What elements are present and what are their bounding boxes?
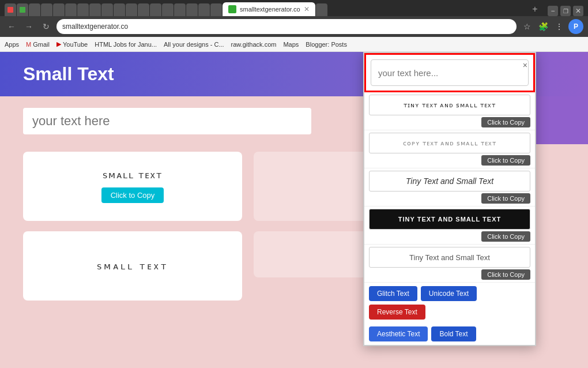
tab-small-10[interactable] (114, 3, 125, 16)
profile-avatar[interactable]: P (568, 19, 583, 34)
popup-tools-row-2: Aesthetic Text Bold Text Upside Down Tex… (364, 323, 535, 346)
browser-actions: ☆ 🧩 ⋮ P (520, 19, 583, 34)
tab-small-18[interactable] (210, 3, 222, 16)
bookmark-designs[interactable]: All your designs - C... (164, 41, 224, 48)
restore-button[interactable]: ❐ (560, 6, 571, 16)
card-2: ꜱᴍᴀʟʟ ᴛᴇxᴛ (23, 231, 242, 301)
tab-small-2[interactable] (17, 3, 28, 16)
popup-copy-button-5[interactable]: Click to Copy (481, 269, 530, 280)
browser-window: smalltextgenerator.co ✕ + − ❐ ✕ ← → ↻ ☆ … (0, 0, 588, 52)
tab-small-4[interactable] (41, 3, 52, 16)
popup-copy-button-4[interactable]: Click to Copy (481, 231, 530, 242)
bookmarks-bar: Apps M Gmail ▶ YouTube HTML Jobs for Jan… (0, 37, 588, 52)
popup-panel: × ᴛɪɴʏ ᴛᴇxᴛ ᴀɴᴅ ꜱᴍᴀʟʟ ᴛᴇxᴛ Click to Copy… (363, 52, 536, 346)
popup-copy-button-2[interactable]: Click to Copy (481, 155, 530, 166)
popup-text-input[interactable] (371, 59, 529, 86)
card-1: ꜱᴍᴀʟʟ ᴛᴇxᴛ Click to Copy (23, 152, 242, 221)
popup-result-text-4: TINY TEXT AND SMALL TEXT (369, 209, 530, 230)
bookmark-apps[interactable]: Apps (5, 41, 19, 48)
popup-result-row-2: ᴄᴏᴘʏ ᴛᴇxᴛ ᴀɴᴅ ꜱᴍᴀʟʟ ᴛᴇxᴛ Click to Copy (364, 130, 535, 168)
popup-close-button[interactable]: × (523, 61, 527, 70)
popup-copy-button-3[interactable]: Click to Copy (481, 193, 530, 204)
tab-small-9[interactable] (101, 3, 113, 16)
tab-small-8[interactable] (89, 3, 101, 16)
address-input[interactable] (56, 19, 517, 34)
tab-small-16[interactable] (186, 3, 198, 16)
tab-small-17[interactable] (198, 3, 210, 16)
popup-copy-button-1[interactable]: Click to Copy (481, 117, 530, 127)
main-text-input[interactable] (23, 108, 311, 134)
reverse-text-button[interactable]: Reverse Text (369, 305, 425, 320)
star-icon[interactable]: ☆ (520, 20, 534, 33)
glitch-text-button[interactable]: Glitch Text (369, 286, 417, 301)
gmail-icon: M (26, 41, 31, 48)
extension-icon[interactable]: 🧩 (536, 20, 550, 33)
popup-result-row-3: Tiny Text and Small Text Click to Copy (364, 168, 535, 206)
reload-button[interactable]: ↻ (39, 20, 53, 33)
tab-small-3[interactable] (29, 3, 40, 16)
popup-result-text-1: ᴛɪɴʏ ᴛᴇxᴛ ᴀɴᴅ ꜱᴍᴀʟʟ ᴛᴇxᴛ (369, 95, 530, 115)
tab-small-14[interactable] (162, 3, 174, 16)
new-tab-button[interactable]: + (528, 2, 542, 16)
tab-bar: smalltextgenerator.co ✕ + − ❐ ✕ (0, 0, 588, 16)
tab-small-15[interactable] (174, 3, 186, 16)
youtube-icon: ▶ (56, 40, 61, 48)
popup-result-text-2: ᴄᴏᴘʏ ᴛᴇxᴛ ᴀɴᴅ ꜱᴍᴀʟʟ ᴛᴇxᴛ (369, 133, 530, 153)
popup-result-row-1: ᴛɪɴʏ ᴛᴇxᴛ ᴀɴᴅ ꜱᴍᴀʟʟ ᴛᴇxᴛ Click to Copy (364, 92, 535, 130)
tab-small-13[interactable] (150, 3, 161, 16)
card-2-text: ꜱᴍᴀʟʟ ᴛᴇxᴛ (97, 261, 168, 272)
minimize-button[interactable]: − (548, 6, 558, 16)
tab-small-7[interactable] (77, 3, 89, 16)
bookmark-html-jobs[interactable]: HTML Jobs for Janu... (95, 41, 157, 48)
bookmark-githack[interactable]: raw.githack.com (231, 41, 277, 48)
popup-result-text-5: Tiny Text and Small Text (369, 247, 530, 268)
bookmark-youtube[interactable]: ▶ YouTube (56, 40, 88, 48)
settings-icon[interactable]: ⋮ (552, 20, 566, 33)
tab-small-19[interactable] (316, 3, 327, 16)
card-1-copy-button[interactable]: Click to Copy (101, 187, 164, 203)
tab-small-1[interactable] (5, 3, 16, 16)
back-button[interactable]: ← (5, 20, 18, 33)
bold-text-button[interactable]: Bold Text (431, 326, 476, 341)
popup-result-row-4: TINY TEXT AND SMALL TEXT Click to Copy (364, 206, 535, 245)
site-title: Small Text (23, 63, 114, 85)
close-window-button[interactable]: ✕ (573, 6, 583, 16)
upside-down-text-button[interactable]: Upside Down Text (369, 345, 441, 346)
popup-result-text-3: Tiny Text and Small Text (369, 171, 530, 191)
active-tab-label: smalltextgenerator.co (240, 6, 300, 13)
card-placeholder-1 (254, 152, 369, 221)
active-tab-close[interactable]: ✕ (304, 5, 310, 13)
tab-small-11[interactable] (126, 3, 137, 16)
active-tab[interactable]: smalltextgenerator.co ✕ (223, 2, 315, 16)
bookmark-blogger[interactable]: Blogger: Posts (306, 41, 347, 48)
aesthetic-text-button[interactable]: Aesthetic Text (369, 326, 428, 341)
card-1-text: ꜱᴍᴀʟʟ ᴛᴇxᴛ (103, 170, 162, 181)
unicode-text-button[interactable]: Unicode Text (421, 286, 477, 301)
page-content: Small Text ꜱᴍᴀʟʟ ᴛᴇxᴛ Click to Copy ꜱᴍᴀʟ… (0, 52, 588, 363)
forward-button[interactable]: → (22, 20, 36, 33)
popup-result-row-5: Tiny Text and Small Text Click to Copy (364, 245, 535, 283)
bookmark-gmail[interactable]: M Gmail (26, 41, 50, 48)
card-placeholder-2 (254, 231, 369, 277)
tab-small-5[interactable] (53, 3, 65, 16)
popup-tools-row-1: Glitch Text Unicode Text Reverse Text (364, 283, 535, 323)
address-bar-row: ← → ↻ ☆ 🧩 ⋮ P (0, 16, 588, 37)
popup-input-wrapper: × (364, 53, 535, 92)
tab-small-12[interactable] (138, 3, 149, 16)
bookmark-maps[interactable]: Maps (283, 41, 299, 48)
tab-small-6[interactable] (65, 3, 77, 16)
